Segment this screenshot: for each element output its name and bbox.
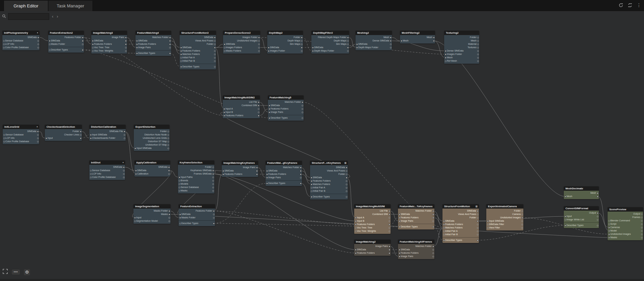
graph-node-DepthMap2[interactable]: DepthMap2FolderDepth MapsSim MapsSfMData… (267, 31, 303, 54)
port-pin[interactable] (224, 43, 225, 45)
port-pin[interactable] (136, 43, 138, 45)
port-pin[interactable] (443, 230, 445, 232)
port-pin[interactable] (37, 43, 39, 45)
port-pin[interactable] (37, 134, 39, 136)
port-pin[interactable] (269, 108, 270, 110)
port-pin[interactable] (477, 220, 479, 222)
port-pin[interactable] (266, 177, 268, 179)
node-header[interactable]: ImageMatching3 (91, 31, 127, 35)
port-pin[interactable] (223, 108, 225, 110)
more-icon[interactable]: ⋮ (637, 2, 641, 8)
port-pin[interactable] (125, 47, 127, 49)
port-pin[interactable] (125, 40, 127, 42)
node-header[interactable]: InitShot● (89, 160, 125, 165)
graph-node-StructureFromMotion[interactable]: StructureFromMotion⊟SfMDataViews And Pos… (442, 204, 479, 243)
port-pin[interactable] (641, 223, 643, 225)
graph-editor-canvas[interactable]: Graph Editor Task Manager ⋮ ‹ › InitPhot… (0, 0, 644, 281)
tab-task-manager[interactable]: Task Manager (49, 1, 92, 11)
port-pin[interactable] (390, 37, 392, 38)
port-pin[interactable] (214, 43, 216, 45)
port-pin[interactable] (258, 47, 260, 49)
port-pin[interactable] (432, 249, 434, 251)
port-pin[interactable] (564, 196, 566, 197)
port-pin[interactable] (169, 40, 171, 42)
graph-node-FeatureMatchingKeyframes[interactable]: FeatureMat...gKeyframesMatches FolderSfM… (266, 161, 302, 186)
port-pin[interactable] (269, 105, 270, 106)
port-pin[interactable] (258, 50, 260, 52)
port-pin[interactable] (90, 137, 92, 139)
port-pin[interactable] (258, 37, 260, 38)
port-pin[interactable] (301, 50, 303, 52)
port-pin[interactable] (268, 50, 270, 52)
port-pin[interactable] (179, 190, 180, 192)
node-collapse-icon[interactable]: ⊟ (476, 204, 478, 209)
port-pin[interactable] (258, 43, 260, 45)
graph-node-StructureFromMotion3[interactable]: StructureFromMotion3SfMDataViews And Pos… (180, 31, 216, 69)
port-pin[interactable] (123, 173, 125, 175)
port-pin[interactable] (123, 177, 125, 178)
graph-node-MeshDecimate[interactable]: MeshDecimateMeshMesh (564, 186, 599, 199)
graph-node-ImageMatching3[interactable]: ImageMatching3Image PairsSfMDataFeatures… (91, 31, 127, 54)
port-pin[interactable] (213, 217, 215, 219)
graph-node-ImageMatching2[interactable]: ImageMatching2Image PairsSfMDataFeatures… (354, 240, 391, 256)
port-pin[interactable] (390, 40, 392, 42)
port-pin[interactable] (477, 50, 479, 52)
port-pin[interactable] (597, 216, 599, 217)
port-pin[interactable] (136, 47, 138, 49)
port-pin[interactable] (82, 40, 84, 42)
port-pin[interactable] (179, 223, 181, 224)
port-pin[interactable] (167, 144, 169, 146)
port-pin[interactable] (3, 40, 5, 42)
graph-node-FeatureMatching5[interactable]: FeatureMatching5Matches FolderSfMDataFea… (268, 95, 304, 121)
port-pin[interactable] (180, 57, 182, 59)
port-pin[interactable] (256, 170, 258, 172)
port-pin[interactable] (90, 134, 92, 136)
port-pin[interactable] (477, 43, 479, 45)
port-pin[interactable] (443, 227, 445, 229)
port-pin[interactable] (125, 37, 127, 38)
port-pin[interactable] (389, 227, 390, 229)
node-header[interactable]: StructureF...nKeyframes⊟ (310, 161, 348, 165)
node-collapse-icon[interactable]: ⊟ (344, 161, 346, 165)
node-header[interactable]: FeatureMat...gKeyframes (266, 161, 302, 165)
port-pin[interactable] (168, 214, 170, 215)
port-pin[interactable] (432, 256, 434, 257)
node-header[interactable]: InitLensGrid● (3, 125, 39, 129)
port-pin[interactable] (212, 187, 214, 188)
port-pin[interactable] (258, 115, 259, 117)
node-header[interactable]: DistortionCalibration (89, 125, 126, 129)
port-pin[interactable] (521, 214, 523, 215)
node-header[interactable]: ImageMatchingMultiSfM2 (223, 95, 260, 100)
port-pin[interactable] (3, 137, 5, 139)
node-header[interactable]: ScenePreview (608, 207, 643, 212)
node-header[interactable]: FeatureExtraction2 (48, 31, 84, 35)
port-pin[interactable] (487, 224, 489, 225)
port-pin[interactable] (432, 252, 434, 254)
port-pin[interactable] (301, 37, 303, 38)
node-header[interactable]: ImageMatchingKeyframes (222, 161, 258, 165)
port-pin[interactable] (301, 40, 303, 42)
port-pin[interactable] (346, 187, 347, 189)
port-pin[interactable] (167, 134, 169, 136)
port-pin[interactable] (123, 166, 125, 168)
port-pin[interactable] (355, 224, 357, 225)
port-pin[interactable] (125, 50, 127, 52)
port-pin[interactable] (268, 47, 270, 49)
port-pin[interactable] (399, 217, 400, 219)
graph-node-ExportAnimatedCamera[interactable]: ExportAnimatedCameraFolderCameraUndistor… (486, 204, 523, 230)
port-pin[interactable] (564, 219, 566, 221)
port-pin[interactable] (37, 131, 39, 132)
port-pin[interactable] (389, 217, 390, 219)
port-pin[interactable] (214, 37, 216, 38)
node-header[interactable]: ExportDistortion (134, 125, 170, 129)
port-pin[interactable] (389, 230, 390, 232)
port-pin[interactable] (608, 220, 610, 222)
port-pin[interactable] (389, 224, 390, 225)
port-pin[interactable] (445, 60, 447, 62)
port-pin[interactable] (355, 249, 357, 251)
port-pin[interactable] (179, 187, 180, 188)
graph-node-DistortionCalibration[interactable]: DistortionCalibrationSfMData FileInput S… (89, 125, 126, 141)
port-pin[interactable] (82, 43, 84, 45)
port-pin[interactable] (445, 50, 447, 52)
port-pin[interactable] (266, 174, 268, 175)
